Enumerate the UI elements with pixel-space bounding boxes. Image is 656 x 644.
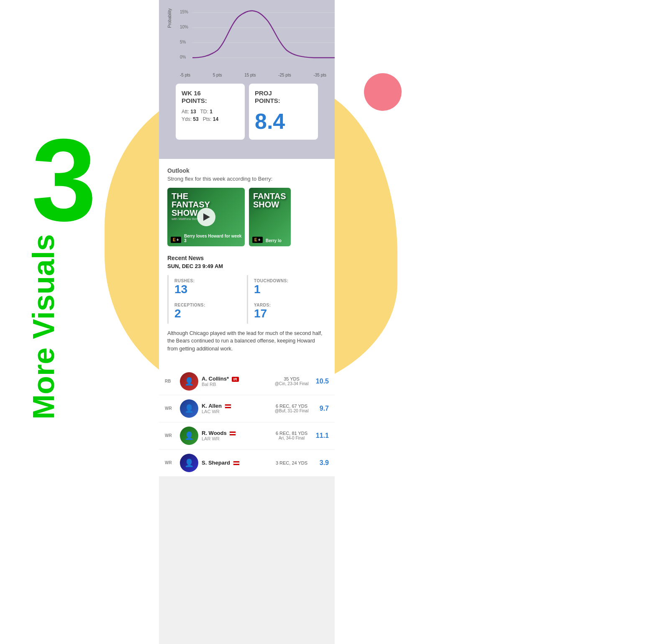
player-info-shepard: S. Shepard [202,460,269,466]
player-stats-value-woods: 6 REC, 81 YDS [273,431,310,436]
player-team-collins: Bal RB [202,382,269,387]
news-body: Although Chicago played with the lead fo… [167,330,326,360]
player-avatar-shepard: 👤 [180,454,198,472]
player-position-allen: WR [165,406,177,411]
x-label-4: -25 pts [278,73,291,77]
player-stats-shepard: 3 REC, 24 YDS [273,460,310,465]
player-name-shepard: S. Shepard [202,460,269,466]
x-label-3: 15 pts [244,73,256,77]
chart-svg: 15% 10% 5% 0% [180,8,326,71]
wk-points-box: WK 16POINTS: Att: 13 TD: 1 Yds: 53 Pts: … [176,84,245,140]
rushes-value: 13 [174,283,241,296]
player-row-allen[interactable]: WR 👤 K. Allen LAC WR 6 REC, 67 YDS @Buf,… [159,395,335,422]
news-stats-grid: RUSHES: 13 TOUCHDOWNS: 1 RECEPTIONS: 2 Y… [167,275,326,324]
espn-plus-icon: E [173,238,176,242]
news-stat-rushes: RUSHES: 13 [167,275,247,299]
player-avatar-allen: 👤 [180,399,198,418]
player-name-collins: A. Collins* IR [202,376,269,382]
player-stats-value-allen: 6 REC, 67 YDS [273,404,310,409]
player-team-woods: LAR WR [202,436,269,441]
player-row-shepard[interactable]: WR 👤 S. Shepard 3 REC, 24 YDS 3.9 [159,450,335,477]
espn-badge-1: E+ [171,237,181,243]
player-position-collins: RB [165,379,177,383]
receptions-value: 2 [174,307,241,320]
player-avatar-collins: 👤 [180,372,198,391]
player-stats-collins: 35 YDS @Cin, 23-34 Final [273,376,310,386]
player-position-shepard: WR [165,460,177,465]
recent-news-title: Recent News [167,255,326,261]
video-row: THEFANTASYSHOW with Matthew Berry E+ Ber… [167,188,326,246]
play-icon-1 [203,213,210,221]
phone-container: Probability 15% 10% 5% 0% [159,0,335,644]
proj-value: 8.4 [255,109,312,134]
espn-badge-2: E+ [252,237,263,243]
svg-text:10%: 10% [180,25,188,29]
player-row-collins[interactable]: RB 👤 A. Collins* IR Bal RB 35 YDS @Cin, … [159,368,335,395]
svg-text:0%: 0% [180,55,186,59]
background-circle [364,73,402,111]
video-caption-1: Berry loves Howard for week 3 [184,234,245,243]
player-game-woods: Ari, 34-0 Final [273,436,310,440]
x-label-2: 5 pts [213,73,222,77]
pts-value: 14 [213,116,218,122]
outlook-panel: Outlook Strong flex for this week accord… [159,159,335,368]
player-avatar-woods: 👤 [180,427,198,445]
video-title-2: FANTASSHOW [253,192,286,209]
news-stat-yards: YARDS: 17 [247,299,326,324]
flag-icon-shepard [233,461,240,465]
tds-value: 1 [254,283,320,296]
td-value: 1 [210,109,213,115]
svg-text:15%: 15% [180,10,188,14]
chart-x-labels: -5 pts 5 pts 15 pts -25 pts -35 pts [180,73,326,77]
yds-detail: Yds: 53 Pts: 14 [182,116,239,122]
svg-text:5%: 5% [180,40,186,44]
att-value: 13 [190,109,196,115]
player-game-allen: @Buf, 31-20 Final [273,409,310,413]
video-caption-2: Berry lo [266,238,291,243]
espn-plus-icon-2: E [254,238,257,242]
player-stats-value-collins: 35 YDS [273,376,310,381]
fantasy-show-label-2: FANTASSHOW [253,192,286,209]
wk-title: WK 16POINTS: [182,89,239,105]
video-bg-2: FANTASSHOW E+ Berry lo [249,188,291,246]
more-visuals-label: More Visuals [28,234,59,419]
video-thumb-2[interactable]: FANTASSHOW E+ Berry lo [249,188,291,246]
chart-section: Probability 15% 10% 5% 0% [159,0,335,159]
flag-icon-woods [229,431,236,436]
player-points-shepard: 3.9 [314,459,329,467]
video-thumb-1[interactable]: THEFANTASYSHOW with Matthew Berry E+ Ber… [167,188,245,246]
player-info-collins: A. Collins* IR Bal RB [202,376,269,387]
player-name-woods: R. Woods [202,430,269,436]
player-stats-allen: 6 REC, 67 YDS @Buf, 31-20 Final [273,404,310,413]
big-number: 3 [31,121,97,238]
players-list: RB 👤 A. Collins* IR Bal RB 35 YDS @Cin, … [159,368,335,477]
att-detail: Att: 13 TD: 1 [182,109,239,115]
news-stat-receptions: RECEPTIONS: 2 [167,299,247,324]
player-game-collins: @Cin, 23-34 Final [273,381,310,386]
player-position-woods: WR [165,433,177,438]
player-info-allen: K. Allen LAC WR [202,403,269,414]
player-stats-value-shepard: 3 REC, 24 YDS [273,460,310,465]
x-label-5: -35 pts [313,73,326,77]
x-label-1: -5 pts [180,73,190,77]
ir-badge-collins: IR [232,377,239,382]
player-points-allen: 9.7 [314,405,329,412]
player-stats-woods: 6 REC, 81 YDS Ari, 34-0 Final [273,431,310,440]
receptions-label: RECEPTIONS: [174,303,241,307]
player-info-woods: R. Woods LAR WR [202,430,269,441]
player-team-allen: LAC WR [202,409,269,414]
chart-y-label: Probability [167,8,172,28]
tds-label: TOUCHDOWNS: [254,279,320,283]
stats-row: WK 16POINTS: Att: 13 TD: 1 Yds: 53 Pts: … [167,79,326,144]
news-stat-tds: TOUCHDOWNS: 1 [247,275,326,299]
video-bg-1: THEFANTASYSHOW with Matthew Berry E+ Ber… [167,188,245,246]
proj-points-box: PROJPOINTS: 8.4 [249,84,318,140]
play-button-1[interactable] [197,208,215,226]
player-row-woods[interactable]: WR 👤 R. Woods LAR WR 6 REC, 81 YDS Ari, … [159,422,335,450]
player-points-collins: 10.5 [314,378,329,385]
outlook-title: Outlook [167,167,326,174]
flag-icon-allen [225,404,231,409]
player-name-allen: K. Allen [202,403,269,409]
player-points-woods: 11.1 [314,432,329,440]
news-date: SUN, DEC 23 9:49 AM [167,263,326,269]
